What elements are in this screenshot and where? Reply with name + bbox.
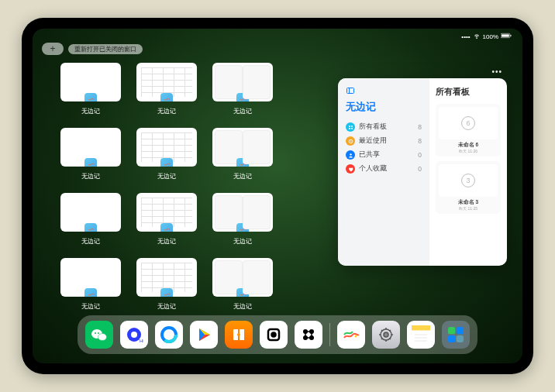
sidebar-item-count: 8 bbox=[418, 137, 422, 145]
svg-point-18 bbox=[167, 229, 167, 229]
app-window-thumbnail[interactable]: 无边记 bbox=[60, 193, 121, 246]
wifi-icon bbox=[473, 32, 481, 41]
sidebar-item-heart[interactable]: 个人收藏0 bbox=[344, 162, 423, 176]
panel-sidebar: 无边记 所有看板8最近使用8已共享0个人收藏0 bbox=[338, 78, 429, 266]
sidebar-item-count: 8 bbox=[418, 123, 422, 131]
books-app-icon[interactable] bbox=[225, 321, 253, 349]
board-preview: 6 bbox=[439, 107, 498, 139]
plus-icon: + bbox=[50, 43, 55, 54]
svg-point-11 bbox=[164, 165, 165, 166]
svg-rect-1 bbox=[502, 34, 509, 36]
quark-app-icon[interactable]: HD bbox=[120, 321, 148, 349]
freeform-app-icon bbox=[84, 93, 97, 101]
app-library-app-icon[interactable] bbox=[442, 321, 470, 349]
svg-text:HD: HD bbox=[140, 339, 143, 343]
svg-rect-30 bbox=[351, 126, 353, 127]
sidebar-title: 无边记 bbox=[346, 100, 422, 114]
wechat-app-icon[interactable] bbox=[85, 321, 113, 349]
svg-point-8 bbox=[243, 98, 243, 99]
app-switcher-grid: 无边记无边记无边记无边记无边记无边记无边记无边记无边记无边记无边记无边记 bbox=[60, 63, 273, 311]
sidebar-toggle-icon[interactable] bbox=[346, 86, 423, 97]
svg-point-6 bbox=[167, 98, 167, 99]
thumbnail-label: 无边记 bbox=[81, 237, 100, 246]
freeform-app-icon bbox=[236, 223, 249, 232]
svg-point-23 bbox=[164, 295, 165, 296]
svg-point-3 bbox=[88, 100, 89, 101]
svg-point-5 bbox=[164, 100, 165, 101]
panel-menu-icon[interactable]: ••• bbox=[491, 67, 502, 76]
notes-app-icon[interactable] bbox=[407, 321, 435, 349]
svg-point-34 bbox=[350, 153, 351, 155]
app-window-thumbnail[interactable]: 无边记 bbox=[136, 63, 197, 115]
qqbrowser-app-icon[interactable] bbox=[155, 321, 183, 349]
svg-text:6: 6 bbox=[466, 119, 470, 127]
svg-point-17 bbox=[164, 230, 165, 231]
scan-app-icon[interactable] bbox=[295, 321, 322, 349]
screen: •••• 100% + 重新打开已关闭的窗口 无边记无边记无边记无边记无边记无边… bbox=[33, 29, 522, 363]
app-window-thumbnail[interactable]: 无边记 bbox=[60, 63, 121, 115]
thumbnail-label: 无边记 bbox=[157, 302, 176, 311]
dock-apps: HD bbox=[85, 321, 322, 349]
app-window-thumbnail[interactable]: 无边记 bbox=[212, 258, 273, 311]
thumbnail-label: 无边记 bbox=[81, 172, 100, 181]
board-preview: 3 bbox=[439, 164, 498, 197]
freeform-app-icon bbox=[236, 158, 249, 167]
svg-rect-66 bbox=[457, 335, 464, 342]
thumbnail-label: 无边记 bbox=[233, 107, 252, 115]
app-window-thumbnail[interactable]: 无边记 bbox=[136, 258, 197, 311]
svg-point-12 bbox=[167, 163, 167, 164]
thumbnail-preview bbox=[136, 63, 197, 101]
sidebar-item-count: 0 bbox=[418, 151, 422, 159]
thumbnail-label: 无边记 bbox=[233, 237, 252, 246]
play-app-icon[interactable] bbox=[190, 321, 218, 349]
thumbnail-preview bbox=[60, 128, 121, 167]
thumbnail-label: 无边记 bbox=[157, 172, 176, 181]
settings-app-icon[interactable] bbox=[372, 321, 400, 349]
app-window-thumbnail[interactable]: 无边记 bbox=[136, 128, 197, 181]
svg-rect-58 bbox=[412, 325, 430, 331]
status-bar: •••• 100% bbox=[461, 32, 512, 41]
svg-rect-2 bbox=[510, 35, 511, 36]
svg-point-41 bbox=[95, 332, 96, 334]
freeform-app-icon bbox=[236, 288, 249, 297]
svg-rect-64 bbox=[457, 327, 464, 334]
sidebar-item-clock[interactable]: 最近使用8 bbox=[344, 134, 423, 148]
svg-point-19 bbox=[240, 230, 241, 231]
heart-icon bbox=[346, 164, 355, 174]
sidebar-item-person[interactable]: 已共享0 bbox=[344, 148, 423, 162]
dock-recent bbox=[337, 321, 470, 349]
svg-point-9 bbox=[88, 165, 89, 166]
app-window-thumbnail[interactable]: 无边记 bbox=[60, 128, 121, 181]
svg-rect-63 bbox=[448, 327, 455, 334]
board-card[interactable]: 6未命名 6昨天 11:26 bbox=[436, 104, 501, 156]
app-window-thumbnail[interactable]: 无边记 bbox=[136, 193, 197, 246]
freeform-app-icon[interactable] bbox=[337, 321, 365, 349]
board-timestamp: 昨天 11:26 bbox=[459, 149, 477, 153]
freeform-app-icon bbox=[84, 158, 97, 167]
reopen-chip[interactable]: 重新打开已关闭的窗口 bbox=[68, 44, 143, 54]
board-name: 未命名 6 bbox=[458, 142, 478, 149]
board-card[interactable]: 3未命名 3昨天 11:25 bbox=[436, 161, 501, 214]
app-window-thumbnail[interactable]: 无边记 bbox=[212, 63, 273, 115]
sidebar-item-label: 已共享 bbox=[359, 150, 380, 160]
svg-rect-59 bbox=[412, 331, 430, 344]
grid-icon bbox=[346, 122, 355, 132]
svg-rect-32 bbox=[351, 128, 353, 129]
other-app-icon[interactable] bbox=[260, 321, 288, 349]
svg-point-48 bbox=[237, 333, 240, 336]
sidebar-list: 所有看板8最近使用8已共享0个人收藏0 bbox=[344, 120, 423, 176]
app-window-thumbnail[interactable]: 无边记 bbox=[212, 128, 273, 181]
thumbnail-preview bbox=[136, 258, 197, 297]
svg-point-57 bbox=[384, 332, 388, 337]
freeform-app-icon bbox=[84, 288, 97, 297]
dock-separator bbox=[329, 323, 330, 346]
thumbnail-label: 无边记 bbox=[81, 302, 100, 311]
add-button[interactable]: + bbox=[42, 43, 64, 55]
freeform-app-icon bbox=[160, 288, 173, 297]
app-window-thumbnail[interactable]: 无边记 bbox=[212, 193, 273, 246]
sidebar-item-grid[interactable]: 所有看板8 bbox=[344, 120, 423, 134]
svg-point-7 bbox=[240, 100, 241, 101]
thumbnail-label: 无边记 bbox=[233, 172, 252, 181]
app-window-thumbnail[interactable]: 无边记 bbox=[60, 258, 121, 311]
svg-point-4 bbox=[91, 98, 91, 99]
